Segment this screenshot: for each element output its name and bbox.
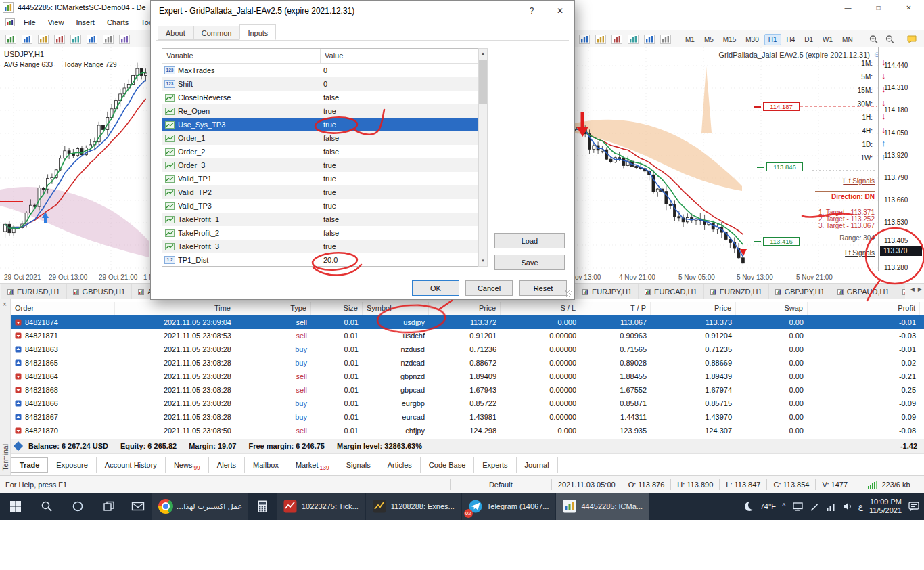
market-watch-icon[interactable] <box>52 32 67 46</box>
column-header-time[interactable]: Time <box>115 302 235 315</box>
cortana-icon[interactable] <box>62 493 93 520</box>
chart-gridpallada-ea[interactable]: GridPallada_Jalal-EAv2.5 (expire 2021.12… <box>572 47 924 283</box>
order-row-84821863[interactable]: 848218632021.11.05 23:08:28buy0.01nzdusd… <box>11 343 924 356</box>
taskbar-icmarkets-button[interactable]: 44452285: ICMa... <box>556 493 649 520</box>
reset-button[interactable]: Reset <box>519 280 567 296</box>
menu-item-insert[interactable]: Insert <box>70 18 101 26</box>
param-row-valid_tp3[interactable]: Valid_TP3true <box>162 199 478 213</box>
inputs-grid[interactable]: Variable Value 123MaxTrades0123Shift0Clo… <box>162 48 478 267</box>
volume-icon[interactable] <box>842 502 852 511</box>
timeframe-mn-button[interactable]: MN <box>838 34 857 45</box>
line-chart-icon[interactable] <box>609 32 624 46</box>
menu-item-file[interactable]: File <box>18 18 42 26</box>
param-value[interactable]: false <box>319 229 478 237</box>
chart-tab-gbpusdh1[interactable]: GBPUSD,H1 <box>67 284 133 299</box>
param-value[interactable]: true <box>319 120 478 129</box>
terminal-tab-journal[interactable]: Journal <box>517 457 558 473</box>
column-header-price2[interactable]: Price <box>651 302 736 315</box>
profiles-icon[interactable] <box>36 32 51 46</box>
timeframe-m1-button[interactable]: M1 <box>681 34 699 45</box>
taskbar-tick-chart-button[interactable]: 10223275: Tick... <box>277 493 365 520</box>
start-button[interactable] <box>0 493 31 520</box>
timeframe-h4-button[interactable]: H4 <box>783 34 800 45</box>
language-indicator[interactable]: ع <box>858 502 863 511</box>
param-row-use_sys_tp3[interactable]: Use_Sys_TP3true <box>162 118 478 131</box>
param-value[interactable]: false <box>319 148 478 156</box>
tab-scroll-left-icon[interactable]: ◀ <box>910 286 915 292</box>
chat-icon[interactable] <box>904 32 919 46</box>
zoom-out-icon[interactable] <box>883 32 898 46</box>
param-value[interactable]: true <box>319 202 478 210</box>
chart-tab-eurusdh1[interactable]: EURUSD,H1 <box>1 284 67 299</box>
maximize-icon[interactable]: □ <box>863 0 894 15</box>
menu-item-view[interactable]: View <box>42 18 70 26</box>
chart-tab-eurcadh1[interactable]: EURCAD,H1 <box>639 284 704 299</box>
terminal-tab-articles[interactable]: Articles <box>379 457 421 473</box>
timeframe-m30-button[interactable]: M30 <box>741 34 762 45</box>
param-row-tp1_dist[interactable]: 1.2TP1_Dist20.0 <box>162 253 478 267</box>
order-row-84821871[interactable]: 848218712021.11.05 23:08:53sell0.01usdch… <box>11 329 924 343</box>
data-window-icon[interactable] <box>68 32 83 46</box>
load-button[interactable]: Load <box>494 233 565 248</box>
taskbar-telegram-button[interactable]: 02Telegram (14067... <box>462 493 555 520</box>
column-header-sl[interactable]: S / L <box>501 302 580 315</box>
param-row-closeinreverse[interactable]: CloseInReversefalse <box>162 91 478 104</box>
order-row-84821865[interactable]: 848218652021.11.05 23:08:28buy0.01nzdcad… <box>11 356 924 370</box>
resize-grip[interactable] <box>565 290 572 297</box>
new-chart-icon[interactable] <box>20 32 34 46</box>
terminal-tab-market[interactable]: Market139 <box>287 457 338 473</box>
terminal-tab-code-base[interactable]: Code Base <box>421 457 474 473</box>
clock[interactable]: 10:09 PM 11/5/2021 <box>869 498 902 515</box>
pen-icon[interactable] <box>810 502 820 512</box>
tray-expand-icon[interactable]: ^ <box>782 502 786 511</box>
terminal-tab-mailbox[interactable]: Mailbox <box>245 457 287 473</box>
param-row-valid_tp1[interactable]: Valid_TP1true <box>162 172 478 185</box>
minimize-icon[interactable]: — <box>833 0 863 15</box>
terminal-tab-experts[interactable]: Experts <box>474 457 516 473</box>
param-value[interactable]: 20.0 <box>319 256 478 264</box>
param-row-re_open[interactable]: Re_Opentrue <box>162 104 478 118</box>
periods-icon[interactable] <box>642 32 657 46</box>
ok-button[interactable]: OK <box>412 280 459 296</box>
tab-scroll-right-icon[interactable]: ▶ <box>918 286 922 292</box>
param-row-order_3[interactable]: Order_3true <box>162 158 478 172</box>
search-icon[interactable] <box>31 493 62 520</box>
param-row-takeprofit_3[interactable]: TakeProfit_3true <box>162 240 478 253</box>
taskbar-mail-button[interactable] <box>124 493 152 520</box>
toolbox-icon[interactable] <box>101 32 116 46</box>
dialog-tab-inputs[interactable]: Inputs <box>239 24 276 40</box>
order-row-84821864[interactable]: 848218642021.11.05 23:08:28sell0.01gbpnz… <box>11 370 924 383</box>
dialog-titlebar[interactable]: Expert - GridPallada_Jalal-EAv2.5 (expir… <box>151 1 574 21</box>
column-header-swap[interactable]: Swap <box>736 302 808 315</box>
variable-column-header[interactable]: Variable <box>162 49 321 63</box>
scrollbar-thumb[interactable] <box>479 60 487 104</box>
order-row-84821874[interactable]: 848218742021.11.05 23:09:04sell0.01usdjp… <box>11 315 924 329</box>
param-value[interactable]: true <box>319 188 478 196</box>
order-row-84821870[interactable]: 848218702021.11.05 23:08:50sell0.01chfjp… <box>11 424 924 437</box>
order-row-84821866[interactable]: 848218662021.11.05 23:08:28buy0.01eurgbp… <box>11 397 924 410</box>
column-header-order[interactable]: Order <box>11 302 115 315</box>
column-header-symbol[interactable]: Symbol <box>363 302 429 315</box>
night-light-icon[interactable] <box>745 502 754 511</box>
templates-icon[interactable] <box>658 32 673 46</box>
timeframe-d1-button[interactable]: D1 <box>800 34 817 45</box>
timeframe-m15-button[interactable]: M15 <box>719 34 740 45</box>
param-value[interactable]: false <box>319 134 478 142</box>
task-view-icon[interactable] <box>93 493 124 520</box>
taskbar-calculator-button[interactable] <box>249 493 276 520</box>
close-icon[interactable]: ✕ <box>894 0 924 15</box>
menu-item-charts[interactable]: Charts <box>101 18 135 26</box>
terminal-tab-trade[interactable]: Trade <box>11 457 48 473</box>
strategy-tester-icon[interactable] <box>117 32 132 46</box>
statusbar-profile[interactable]: Default <box>450 479 551 490</box>
taskbar-chrome-button[interactable]: عمل اكسبيرت لهذا... <box>152 493 248 520</box>
chart-tab-eurjpyh1[interactable]: EURJPY,H1 <box>576 284 639 299</box>
dialog-help-icon[interactable]: ? <box>517 1 546 21</box>
param-value[interactable]: true <box>319 161 478 169</box>
scroll-up-icon[interactable]: ▲ <box>479 49 487 59</box>
zoom-in-icon[interactable] <box>867 32 881 46</box>
param-row-takeprofit_2[interactable]: TakeProfit_2false <box>162 226 478 240</box>
network-icon[interactable] <box>826 502 836 511</box>
scroll-down-icon[interactable]: ▼ <box>479 256 487 266</box>
column-header-price[interactable]: Price <box>429 302 501 315</box>
